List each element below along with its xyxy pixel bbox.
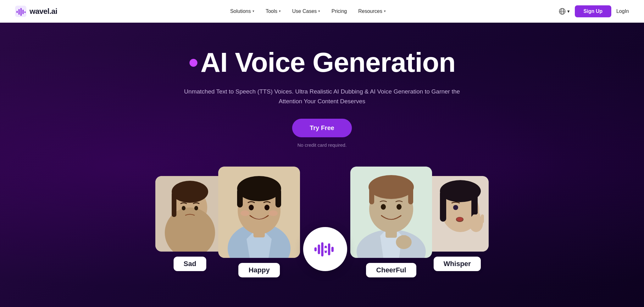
svg-point-55	[457, 217, 463, 221]
wavel-waveform-icon	[314, 240, 336, 258]
svg-rect-43	[400, 235, 408, 240]
voice-card-whisper: Whisper	[426, 176, 489, 271]
globe-chevron: ▾	[567, 9, 570, 14]
svg-point-19	[237, 176, 281, 201]
hero-section: •AI Voice Generation Unmatched Text to S…	[0, 23, 644, 307]
voice-card-happy: Happy	[218, 167, 300, 277]
navbar: wavel.ai Solutions ▾ Tools ▾ Use Cases ▾…	[0, 0, 644, 23]
nav-link-use-cases[interactable]: Use Cases ▾	[292, 9, 320, 14]
hero-subtitle: Unmatched Text to Speech (TTS) Voices. U…	[180, 87, 464, 106]
happy-label: Happy	[238, 263, 280, 277]
svg-point-24	[241, 210, 249, 216]
sad-label: Sad	[174, 257, 206, 271]
solutions-chevron-icon: ▾	[253, 9, 254, 13]
svg-rect-21	[275, 189, 281, 208]
svg-point-40	[381, 204, 386, 210]
svg-rect-47	[440, 190, 446, 222]
language-selector[interactable]: ▾	[559, 8, 570, 15]
voice-card-center	[303, 227, 347, 271]
svg-point-25	[269, 210, 278, 216]
logo-text: wavel.ai	[30, 7, 57, 16]
svg-point-11	[172, 181, 208, 203]
svg-rect-31	[331, 247, 334, 252]
nav-link-resources[interactable]: Resources ▾	[358, 9, 386, 14]
sad-face-image	[155, 176, 225, 252]
nav-item-use-cases[interactable]: Use Cases ▾	[292, 9, 320, 14]
resources-chevron-icon: ▾	[384, 9, 386, 13]
svg-rect-38	[369, 187, 374, 204]
voice-card-sad: Sad	[155, 176, 225, 271]
svg-rect-27	[318, 245, 320, 254]
voice-cards-row: Sad	[102, 167, 542, 277]
svg-rect-3	[20, 8, 22, 16]
hero-content: •AI Voice Generation Unmatched Text to S…	[133, 48, 511, 167]
title-text: AI Voice Generation	[201, 47, 456, 78]
logo-link[interactable]: wavel.ai	[15, 6, 57, 17]
nav-link-solutions[interactable]: Solutions ▾	[230, 9, 254, 14]
svg-rect-26	[314, 247, 317, 252]
cheerful-face-image	[350, 167, 432, 258]
svg-point-49	[453, 205, 458, 210]
svg-point-13	[182, 206, 186, 210]
svg-point-14	[194, 206, 198, 210]
nav-item-tools[interactable]: Tools ▾	[266, 9, 281, 14]
whisper-face-image	[426, 176, 489, 252]
hero-title: •AI Voice Generation	[146, 48, 498, 77]
svg-point-23	[264, 205, 269, 210]
svg-point-22	[249, 205, 254, 210]
nav-link-tools[interactable]: Tools ▾	[266, 9, 281, 14]
svg-rect-20	[237, 189, 243, 208]
nav-links: Solutions ▾ Tools ▾ Use Cases ▾ Pricing …	[230, 9, 386, 14]
svg-rect-4	[22, 9, 24, 14]
nav-item-resources[interactable]: Resources ▾	[358, 9, 386, 14]
cheerful-label: CheerFul	[366, 263, 416, 277]
svg-rect-52	[477, 213, 480, 223]
svg-rect-28	[321, 242, 323, 257]
login-button[interactable]: LogIn	[616, 9, 629, 14]
whisper-label: Whisper	[434, 257, 481, 271]
svg-rect-12	[172, 192, 176, 217]
signup-button[interactable]: Sign Up	[575, 5, 611, 17]
svg-rect-1	[17, 11, 18, 13]
title-dot: •	[189, 47, 198, 78]
nav-right: ▾ Sign Up LogIn	[559, 5, 629, 17]
svg-point-41	[397, 204, 402, 210]
voice-card-cheerful: CheerFul	[350, 167, 432, 277]
nav-link-pricing[interactable]: Pricing	[331, 9, 347, 14]
tools-chevron-icon: ▾	[279, 9, 281, 13]
wavel-logo-circle	[303, 227, 347, 271]
svg-rect-51	[472, 214, 476, 224]
svg-rect-39	[408, 187, 413, 204]
svg-rect-2	[19, 9, 20, 14]
no-credit-card-text: No credit card required.	[297, 142, 347, 148]
logo-icon	[15, 6, 26, 17]
globe-icon	[559, 8, 566, 15]
try-free-button[interactable]: Try Free	[292, 119, 352, 137]
svg-rect-30	[328, 243, 330, 255]
happy-face-image	[218, 167, 300, 258]
svg-point-32	[324, 248, 327, 251]
usecases-chevron-icon: ▾	[318, 9, 320, 13]
nav-item-pricing[interactable]: Pricing	[331, 9, 347, 14]
svg-point-37	[369, 175, 414, 199]
nav-item-solutions[interactable]: Solutions ▾	[230, 9, 254, 14]
svg-rect-5	[25, 11, 26, 13]
svg-rect-53	[481, 214, 484, 223]
